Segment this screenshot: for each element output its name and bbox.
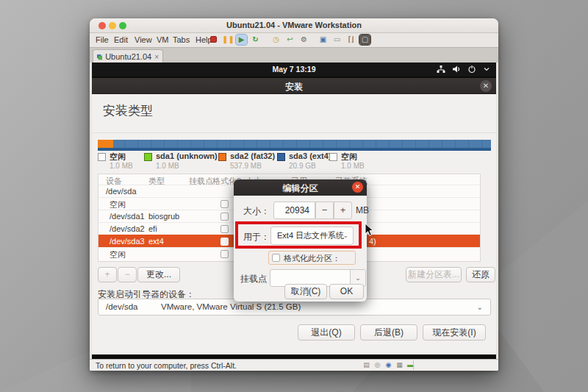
status-message: To return to your computer, press Ctrl-A… (96, 361, 237, 370)
snapshot-icon[interactable]: ◷ (270, 35, 282, 45)
network-icon[interactable] (437, 65, 445, 74)
add-partition-button[interactable]: + (98, 267, 117, 282)
window-titlebar[interactable]: Ubuntu21.04 - VMware Workstation (90, 18, 498, 33)
size-input[interactable] (273, 202, 315, 219)
legend-swatch (329, 153, 337, 161)
dialog-close-icon[interactable]: ✕ (352, 182, 363, 193)
tab-ubuntu[interactable]: Ubuntu21.04 × (93, 49, 163, 63)
cdrom-icon[interactable]: ◎ (373, 361, 381, 369)
back-button[interactable]: 后退(B) (360, 324, 417, 341)
quit-button[interactable]: 退出(Q) (298, 324, 355, 341)
remove-partition-button[interactable]: − (118, 267, 137, 282)
dialog-title: 编辑分区 (234, 182, 367, 195)
console-view-icon[interactable]: ▣ (318, 35, 329, 45)
clock[interactable]: May 7 13:19 (92, 65, 496, 74)
menu-edit[interactable]: Edit (112, 35, 130, 45)
size-unit: MB (356, 205, 369, 215)
fullscreen-icon[interactable]: ⌈⌋ (345, 35, 356, 45)
pause-icon[interactable]: ❚❚ (222, 35, 233, 45)
menu-tabs[interactable]: Tabs (171, 35, 192, 45)
format-checkbox[interactable] (220, 200, 229, 208)
legend-swatch (98, 153, 106, 161)
format-partition-label: 格式化此分区： (284, 253, 340, 264)
mouse-cursor (365, 223, 375, 238)
play-icon[interactable]: ▶ (236, 35, 247, 45)
format-partition-checkbox[interactable] (272, 254, 280, 262)
statusbar: To return to your computer, press Ctrl-A… (90, 359, 498, 371)
network-adapter-icon[interactable]: ◉ (384, 361, 392, 369)
size-minus-button[interactable]: − (315, 202, 334, 219)
menu-vm[interactable]: VM (154, 35, 171, 45)
power-icon[interactable] (467, 65, 476, 74)
vmware-window: Ubuntu21.04 - VMware Workstation File Ed… (90, 18, 498, 371)
edit-partition-dialog: 编辑分区 ✕ 大小： − + MB 用于： Ext4 日志文件系统 ⌄ 格式化此… (234, 179, 367, 302)
tab-close-icon[interactable]: × (154, 53, 159, 61)
page-title: 安装类型 (103, 102, 153, 119)
ok-button[interactable]: OK (329, 284, 364, 299)
vm-screen: May 7 13:19 (92, 63, 496, 359)
harddisk-icon[interactable]: ▤ (362, 361, 370, 369)
revert-button[interactable]: 还原 (466, 267, 495, 282)
legend-swatch (277, 153, 285, 161)
format-checkbox[interactable] (220, 213, 229, 221)
tab-strip: Ubuntu21.04 × (90, 47, 498, 63)
menu-file[interactable]: File (93, 35, 111, 45)
install-now-button[interactable]: 现在安装(I) (423, 324, 486, 341)
divider (92, 132, 496, 133)
statusbar-separator (413, 360, 414, 370)
format-checkbox[interactable] (220, 238, 229, 246)
chevron-down-icon: ⌄ (343, 227, 348, 244)
menu-view[interactable]: View (132, 35, 154, 45)
use-as-select[interactable]: Ext4 日志文件系统 ⌄ (270, 227, 354, 245)
partition-segment-sda2 (98, 140, 113, 148)
restart-icon[interactable]: ↻ (250, 35, 261, 45)
dialog-titlebar: 编辑分区 ✕ (234, 179, 367, 196)
menubar: File Edit View VM Tabs Help ❚❚ ▶ ↻ ◷ ↩ ⚙… (90, 33, 498, 47)
size-label: 大小： (243, 205, 270, 218)
volume-icon[interactable] (452, 65, 461, 74)
legend-swatch (144, 153, 152, 161)
format-partition-field: 格式化此分区： (268, 251, 356, 265)
unity-view-icon[interactable]: ▭ (331, 35, 343, 45)
size-plus-button[interactable]: + (334, 202, 352, 219)
power-off-icon[interactable] (208, 35, 219, 45)
printer-icon[interactable]: ▦ (395, 361, 404, 369)
chevron-down-icon: ⌄ (477, 299, 483, 315)
installer-titlebar: 安装 ✕ (92, 78, 496, 94)
revert-snapshot-icon[interactable]: ↩ (284, 35, 295, 45)
format-checkbox[interactable] (220, 250, 229, 258)
new-partition-table-button[interactable]: 新建分区表... (406, 267, 462, 282)
vm-tab-icon (97, 53, 102, 61)
partition-bar (98, 140, 491, 148)
window-title: Ubuntu21.04 - VMware Workstation (90, 21, 498, 29)
legend-swatch (218, 153, 226, 161)
partition-bar-shadow (98, 148, 491, 151)
tab-label: Ubuntu21.04 (105, 52, 151, 61)
snapshot-manager-icon[interactable]: ⚙ (298, 35, 309, 45)
desktop: Ubuntu21.04 - VMware Workstation File Ed… (0, 0, 588, 392)
use-as-label: 用于： (243, 231, 270, 243)
ubuntu-topbar: May 7 13:19 (92, 63, 496, 76)
change-button[interactable]: 更改... (137, 267, 180, 282)
chevron-down-icon[interactable] (483, 65, 490, 74)
installer-close-icon[interactable]: ✕ (480, 80, 492, 92)
row-text-fragment: 4) (369, 237, 376, 246)
console-icon[interactable]: ▢ (359, 35, 370, 45)
format-checkbox[interactable] (220, 225, 229, 233)
installer-title: 安装 (92, 81, 496, 93)
cancel-button[interactable]: 取消(C) (284, 284, 327, 299)
